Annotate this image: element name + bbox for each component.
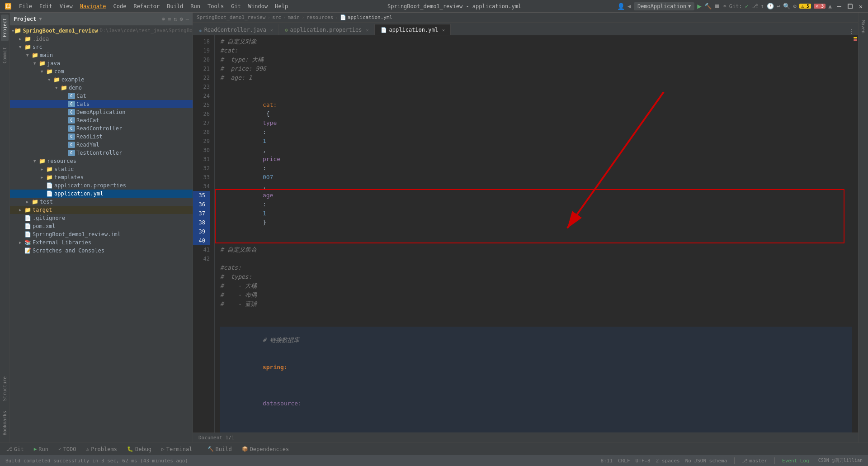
tabs-menu-icon[interactable]: ⋮ xyxy=(844,28,858,35)
menu-view[interactable]: View xyxy=(56,2,76,10)
back-icon[interactable]: ◀ xyxy=(627,3,631,10)
tree-scratches[interactable]: 📝 Scratches and Consoles xyxy=(10,247,193,255)
coverage-button[interactable]: ☂ xyxy=(723,3,726,10)
git-branch-icon[interactable]: ⎇ xyxy=(751,3,758,10)
menu-help[interactable]: Help xyxy=(271,2,292,10)
breadcrumb-resources[interactable]: resources xyxy=(307,14,334,20)
tree-idea[interactable]: ▶ 📁 .idea xyxy=(10,35,193,43)
menu-git[interactable]: Git xyxy=(227,2,245,10)
tree-gitignore[interactable]: 📄 .gitignore xyxy=(10,214,193,222)
tree-target[interactable]: ▶ 📁 target xyxy=(10,206,193,214)
expand-icon[interactable]: ▲ xyxy=(828,3,832,10)
close-button[interactable]: ✕ xyxy=(857,3,864,10)
bottom-tab-run[interactable]: ▶ Run xyxy=(29,445,53,453)
tree-readcontroller[interactable]: C ReadController xyxy=(10,124,193,133)
status-branch[interactable]: ⎇ master xyxy=(742,458,767,464)
build-button[interactable]: 🔨 xyxy=(704,3,712,10)
tree-readcat[interactable]: C ReadCat xyxy=(10,116,193,124)
settings-button[interactable]: ⚙ xyxy=(793,3,797,10)
tree-test[interactable]: ▶ 📁 test xyxy=(10,198,193,206)
menu-edit[interactable]: Edit xyxy=(36,2,56,10)
run-config-dropdown[interactable]: ▼ xyxy=(688,4,691,9)
stop-button[interactable]: ⏹ xyxy=(714,3,720,10)
tree-src[interactable]: ▼ 📁 src xyxy=(10,43,193,51)
project-collapse-icon[interactable]: ≡ xyxy=(168,16,171,22)
maximize-button[interactable]: ⧠ xyxy=(846,3,854,10)
project-minimize-icon[interactable]: — xyxy=(186,16,189,22)
tree-readyml[interactable]: C ReadYml xyxy=(10,141,193,149)
breadcrumb-file[interactable]: 📄 application.yml xyxy=(340,14,392,20)
structure-sidebar-tab[interactable]: Structure xyxy=(1,373,9,404)
tree-demo[interactable]: ▼ 📁 demo xyxy=(10,84,193,92)
tree-ext-libs[interactable]: ▶ 📚 External Libraries xyxy=(10,238,193,247)
run-button[interactable]: ▶ xyxy=(697,2,702,10)
menu-run[interactable]: Run xyxy=(187,2,204,10)
minimize-button[interactable]: — xyxy=(835,3,843,10)
tree-java[interactable]: ▼ 📁 java xyxy=(10,59,193,67)
tree-root[interactable]: ▼ 📁 SpringBoot_demo1_review D:\Java\code… xyxy=(10,26,193,35)
warning-badge[interactable]: ⚠ 5 xyxy=(799,4,811,9)
git-push-icon[interactable]: ↑ xyxy=(761,3,764,10)
bottom-tab-terminal[interactable]: ▷ Terminal xyxy=(157,445,197,453)
tree-example[interactable]: ▼ 📁 example xyxy=(10,76,193,84)
code-area[interactable]: # 自定义对象 #cat: # type: 大橘 # price: 996 # … xyxy=(215,35,852,433)
git-rollback-icon[interactable]: ↩ xyxy=(777,3,780,10)
status-indent[interactable]: 2 spaces xyxy=(656,458,680,464)
status-encoding[interactable]: UTF-8 xyxy=(636,458,651,464)
profile-icon[interactable]: 👤 xyxy=(617,3,625,10)
bottom-tab-git[interactable]: ⎇ Git xyxy=(2,445,28,453)
tree-main[interactable]: ▼ 📁 main xyxy=(10,51,193,59)
menu-code[interactable]: Code xyxy=(110,2,130,10)
commit-sidebar-tab[interactable]: Commit xyxy=(1,43,9,67)
tree-readlist[interactable]: C ReadList xyxy=(10,133,193,141)
menu-file[interactable]: File xyxy=(15,2,36,10)
tree-app-yml[interactable]: 📄 application.yml xyxy=(10,190,193,198)
readcontroller-tab-close[interactable]: ✕ xyxy=(270,28,273,33)
error-badge[interactable]: ✕ 3 xyxy=(814,4,826,9)
status-schema[interactable]: No JSON schema xyxy=(685,458,727,464)
tab-app-properties[interactable]: ⚙ application.properties ✕ xyxy=(279,24,375,35)
tab-readcontroller[interactable]: ☕ ReadController.java ✕ xyxy=(193,24,279,35)
tree-static[interactable]: ▶ 📁 static xyxy=(10,165,193,173)
tree-com[interactable]: ▼ 📁 com xyxy=(10,67,193,76)
tree-templates[interactable]: ▶ 📁 templates xyxy=(10,173,193,181)
tree-pom[interactable]: 📄 pom.xml xyxy=(10,222,193,230)
search-button[interactable]: 🔍 xyxy=(783,3,790,10)
status-event-log[interactable]: Event Log xyxy=(782,458,809,464)
git-check-icon[interactable]: ✓ xyxy=(745,3,749,10)
bottom-tab-build[interactable]: 🔨 Build xyxy=(203,445,236,453)
app-props-tab-close[interactable]: ✕ xyxy=(366,28,369,33)
app-yml-tab-close[interactable]: ✕ xyxy=(442,28,445,33)
bottom-tab-problems[interactable]: ⚠ Problems xyxy=(82,445,122,453)
run-config[interactable]: DemoApplication ▼ xyxy=(634,2,694,10)
status-line-ending[interactable]: CRLF xyxy=(618,458,630,464)
project-dropdown-icon[interactable]: ▼ xyxy=(39,16,42,21)
project-sort-icon[interactable]: ⇅ xyxy=(174,16,177,22)
tree-demo-app[interactable]: C DemoApplication xyxy=(10,108,193,116)
breadcrumb-main[interactable]: main xyxy=(288,14,300,20)
bottom-tab-deps[interactable]: 📦 Dependencies xyxy=(237,445,294,453)
breadcrumb-src[interactable]: src xyxy=(272,14,281,20)
git-history-icon[interactable]: 🕐 xyxy=(767,3,774,10)
bookmarks-sidebar-tab[interactable]: Bookmarks xyxy=(1,407,9,439)
menu-navigate[interactable]: Navigate xyxy=(76,2,110,10)
tree-app-props[interactable]: 📄 application.properties xyxy=(10,181,193,190)
project-settings-icon[interactable]: ⚙ xyxy=(180,16,183,22)
tree-cat[interactable]: C Cat xyxy=(10,92,193,100)
tab-app-yml[interactable]: 📄 application.yml ✕ xyxy=(375,24,451,35)
menu-window[interactable]: Window xyxy=(245,2,271,10)
menu-tools[interactable]: Tools xyxy=(204,2,227,10)
tree-resources[interactable]: ▼ 📁 resources xyxy=(10,157,193,165)
tree-testcontroller[interactable]: C TestController xyxy=(10,149,193,157)
project-scope-icon[interactable]: ⊕ xyxy=(162,16,165,22)
status-line-col[interactable]: 8:11 xyxy=(601,458,613,464)
bottom-tab-todo[interactable]: ✓ TODO xyxy=(54,445,81,453)
menu-refactor[interactable]: Refactor xyxy=(130,2,163,10)
tree-iml[interactable]: 📄 SpringBoot_demo1_review.iml xyxy=(10,230,193,238)
bottom-tab-debug[interactable]: 🐛 Debug xyxy=(123,445,156,453)
maven-sidebar-tab[interactable]: Maven xyxy=(859,16,867,37)
project-sidebar-tab[interactable]: Project xyxy=(1,14,9,41)
menu-build[interactable]: Build xyxy=(163,2,187,10)
tree-cats[interactable]: C Cats xyxy=(10,100,193,108)
breadcrumb-root[interactable]: SpringBoot_demo1_review xyxy=(197,14,265,20)
